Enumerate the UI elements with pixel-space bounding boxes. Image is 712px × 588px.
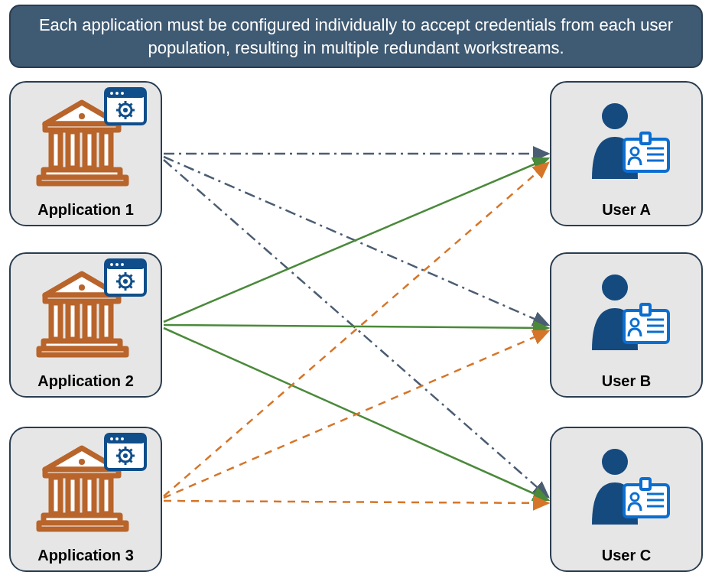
svg-point-53 bbox=[79, 459, 85, 465]
svg-point-34 bbox=[115, 263, 119, 266]
svg-point-45 bbox=[123, 279, 128, 284]
user-badge-icon bbox=[577, 440, 676, 532]
line-app2-userA bbox=[164, 158, 548, 322]
svg-point-58 bbox=[121, 437, 124, 440]
line-app3-userC bbox=[164, 501, 548, 503]
svg-rect-25 bbox=[68, 303, 77, 339]
svg-rect-85 bbox=[641, 479, 650, 489]
svg-line-65 bbox=[130, 460, 132, 463]
svg-point-7 bbox=[79, 113, 85, 119]
svg-line-44 bbox=[130, 275, 132, 278]
svg-rect-2 bbox=[68, 132, 77, 168]
svg-point-11 bbox=[115, 92, 119, 95]
svg-rect-6 bbox=[39, 177, 126, 184]
svg-line-43 bbox=[119, 286, 122, 288]
gear-window-icon bbox=[104, 433, 147, 471]
svg-rect-52 bbox=[39, 523, 126, 529]
svg-rect-3 bbox=[85, 132, 94, 168]
svg-line-20 bbox=[119, 115, 122, 117]
user-a-icon-wrap bbox=[551, 83, 701, 198]
application-1-label: Application 1 bbox=[37, 201, 134, 219]
svg-point-69 bbox=[602, 103, 628, 129]
svg-rect-47 bbox=[51, 477, 60, 514]
user-b-box: User B bbox=[550, 252, 703, 398]
svg-point-12 bbox=[121, 92, 124, 95]
line-app2-userC bbox=[164, 328, 548, 500]
svg-point-33 bbox=[110, 263, 113, 266]
svg-rect-48 bbox=[68, 477, 77, 514]
svg-line-41 bbox=[119, 275, 122, 278]
user-a-label: User A bbox=[602, 201, 651, 219]
svg-rect-1 bbox=[51, 132, 60, 168]
application-2-icon-wrap bbox=[11, 254, 161, 369]
banner: Each application must be configured indi… bbox=[9, 5, 703, 68]
application-2-label: Application 2 bbox=[37, 372, 134, 390]
svg-line-18 bbox=[119, 104, 122, 106]
line-app1-userC bbox=[164, 160, 548, 497]
svg-rect-29 bbox=[39, 349, 126, 355]
svg-rect-26 bbox=[85, 303, 94, 339]
line-app2-userB bbox=[164, 325, 548, 328]
svg-rect-49 bbox=[85, 477, 94, 514]
svg-line-67 bbox=[130, 450, 132, 452]
user-c-label: User C bbox=[602, 547, 651, 564]
svg-point-83 bbox=[602, 449, 628, 475]
svg-line-21 bbox=[130, 104, 132, 106]
user-a-box: User A bbox=[550, 81, 703, 226]
svg-point-35 bbox=[121, 263, 124, 266]
svg-point-56 bbox=[110, 437, 113, 440]
svg-point-10 bbox=[110, 92, 113, 95]
svg-line-64 bbox=[119, 450, 122, 452]
svg-line-42 bbox=[130, 286, 132, 288]
line-app1-userB bbox=[164, 157, 548, 325]
svg-point-22 bbox=[123, 108, 128, 112]
application-1-icon-wrap bbox=[11, 83, 161, 198]
user-c-box: User C bbox=[550, 427, 703, 572]
svg-point-57 bbox=[115, 437, 119, 440]
svg-rect-4 bbox=[102, 132, 111, 168]
application-3-label: Application 3 bbox=[37, 547, 134, 564]
banner-text: Each application must be configured indi… bbox=[39, 15, 673, 57]
svg-point-76 bbox=[602, 275, 628, 300]
user-c-icon-wrap bbox=[551, 428, 701, 544]
user-badge-icon bbox=[577, 266, 676, 358]
svg-rect-78 bbox=[641, 304, 650, 315]
user-b-icon-wrap bbox=[551, 254, 701, 369]
svg-rect-71 bbox=[641, 133, 650, 144]
user-b-label: User B bbox=[602, 372, 651, 390]
application-2-box: Application 2 bbox=[9, 252, 162, 398]
svg-line-19 bbox=[130, 115, 132, 117]
line-app3-userB bbox=[164, 331, 548, 498]
gear-window-icon bbox=[104, 87, 147, 125]
svg-point-30 bbox=[79, 284, 85, 291]
line-app3-userA bbox=[164, 163, 548, 496]
gear-window-icon bbox=[104, 258, 147, 297]
svg-line-66 bbox=[119, 460, 122, 463]
svg-rect-24 bbox=[51, 303, 60, 339]
svg-rect-27 bbox=[102, 303, 111, 339]
application-3-box: Application 3 bbox=[9, 427, 162, 572]
svg-point-68 bbox=[123, 453, 128, 458]
user-badge-icon bbox=[577, 95, 676, 187]
svg-rect-50 bbox=[102, 477, 111, 514]
application-1-box: Application 1 bbox=[9, 81, 162, 226]
application-3-icon-wrap bbox=[11, 428, 161, 544]
